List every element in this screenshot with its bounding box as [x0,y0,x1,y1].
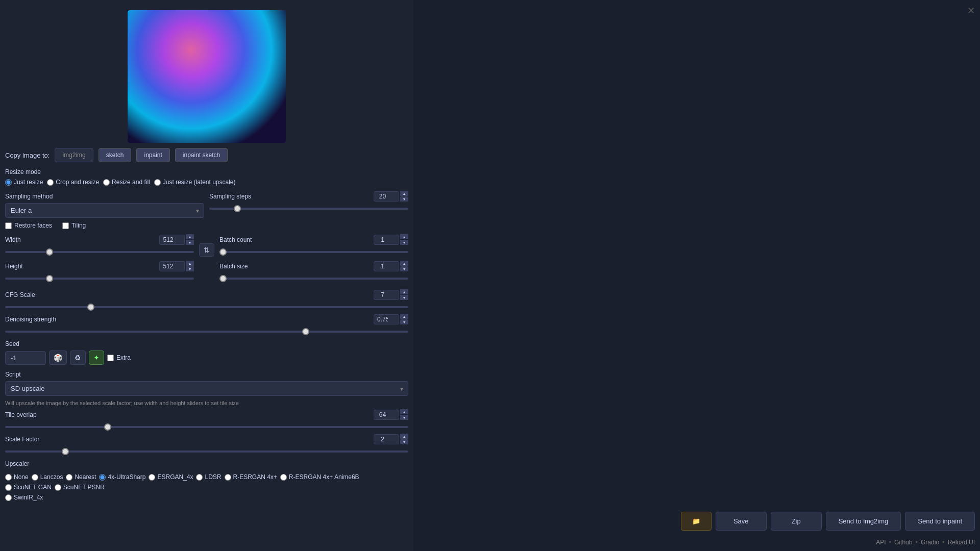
batch-size-col: Batch size ▲ ▼ [219,261,408,285]
tiling-checkbox[interactable] [62,222,69,229]
denoising-slider[interactable] [5,331,408,333]
upscaler-ldsr[interactable]: LDSR [196,473,221,481]
width-up[interactable]: ▲ [186,234,194,239]
cfg-scale-slider[interactable] [5,306,408,308]
image-container [5,5,408,148]
copy-image-label: Copy image to: [5,152,50,159]
extra-label-option[interactable]: Extra [107,354,131,361]
resize-crop-resize[interactable]: Crop and resize [47,179,99,186]
restore-faces-option[interactable]: Restore faces [5,222,52,229]
batch-size-value-box: ▲ ▼ [374,261,408,271]
height-input[interactable] [159,261,185,271]
sampling-steps-down[interactable]: ▼ [400,196,408,202]
tile-overlap-section: Tile overlap ▲ ▼ [5,409,408,430]
tile-overlap-header: Tile overlap ▲ ▼ [5,409,408,420]
seed-dice-button[interactable]: 🎲 [49,350,67,365]
width-arrows: ▲ ▼ [186,234,194,245]
tile-overlap-up[interactable]: ▲ [400,409,408,414]
width-value-box: ▲ ▼ [159,234,194,245]
tile-overlap-arrows: ▲ ▼ [400,409,408,420]
denoising-down[interactable]: ▼ [400,319,408,324]
width-batch-row: Width ▲ ▼ ⇅ Batch count [5,234,408,259]
sampling-row: Sampling method Euler a Euler LMS Heun D… [5,191,408,218]
resize-fill[interactable]: Resize and fill [103,179,150,186]
upscaler-none[interactable]: None [5,473,29,481]
upscaler-esrgan-4x[interactable]: ESRGAN_4x [149,473,193,481]
batch-count-input[interactable] [374,235,399,245]
tile-overlap-slider[interactable] [5,426,408,428]
upscaler-r-esrgan-4x-anime6b[interactable]: R-ESRGAN 4x+ Anime6B [280,473,359,481]
seed-green-button[interactable]: ✦ [89,350,104,365]
sampling-steps-input[interactable] [374,191,399,202]
upscaler-4x-ultrasharp[interactable]: 4x-UltraSharp [99,473,145,481]
height-up[interactable]: ▲ [186,261,194,266]
seed-input[interactable] [5,351,46,365]
copy-img2img-button[interactable]: img2img [55,148,93,162]
extra-checkbox[interactable] [107,355,114,361]
height-label: Height [5,263,23,270]
resize-latent-upscale[interactable]: Just resize (latent upscale) [154,179,236,186]
cfg-scale-input[interactable] [374,290,399,300]
scale-factor-input[interactable] [374,434,399,444]
sampling-steps-up[interactable]: ▲ [400,191,408,196]
seed-recycle-button[interactable]: ♻ [70,350,86,365]
gradio-link[interactable]: Gradio [921,539,939,546]
scale-factor-down[interactable]: ▼ [400,439,408,444]
api-link[interactable]: API [876,539,886,546]
sampling-steps-slider[interactable] [209,208,408,210]
cfg-scale-arrows: ▲ ▼ [400,289,408,300]
resize-just-resize[interactable]: Just resize [5,179,43,186]
sampling-method-select[interactable]: Euler a Euler LMS Heun DPM2 DDIM [5,203,204,218]
upscaler-scunet-psnr[interactable]: ScuNET PSNR [55,484,105,491]
upscaler-r-esrgan-4x[interactable]: R-ESRGAN 4x+ [225,473,277,481]
width-slider[interactable] [5,251,194,253]
scale-factor-slider[interactable] [5,450,408,453]
script-section: Script SD upscale None Prompt matrix X/Y… [5,369,408,396]
batch-size-input[interactable] [374,261,399,271]
upscaler-options: None Lanczos Nearest 4x-UltraSharp ESRGA… [5,473,408,491]
height-down[interactable]: ▼ [186,266,194,271]
close-icon[interactable]: ✕ [967,5,975,16]
tiling-option[interactable]: Tiling [62,222,86,229]
upscaler-lanczos[interactable]: Lanczos [32,473,63,481]
denoising-up[interactable]: ▲ [400,314,408,319]
batch-count-up[interactable]: ▲ [400,234,408,239]
scale-factor-up[interactable]: ▲ [400,434,408,439]
save-button[interactable]: Save [716,512,767,531]
restore-faces-checkbox[interactable] [5,222,12,229]
scale-factor-label: Scale Factor [5,436,39,443]
send-to-img2img-button[interactable]: Send to img2img [826,512,901,531]
scale-factor-arrows: ▲ ▼ [400,434,408,444]
upscaler-scunet-gan[interactable]: ScuNET GAN [5,484,52,491]
batch-size-section: Batch size ▲ ▼ [219,261,408,281]
reload-ui-link[interactable]: Reload UI [948,539,975,546]
batch-count-label: Batch count [219,236,252,243]
sampling-steps-label: Sampling steps [209,193,251,200]
cfg-scale-down[interactable]: ▼ [400,295,408,300]
folder-button[interactable]: 📁 [681,512,712,531]
copy-inpaint-sketch-button[interactable]: inpaint sketch [175,148,228,162]
height-slider[interactable] [5,278,194,280]
copy-sketch-button[interactable]: sketch [99,148,132,162]
width-down[interactable]: ▼ [186,240,194,245]
batch-size-down[interactable]: ▼ [400,266,408,271]
upscaler-swinir-4x[interactable]: SwinIR_4x [5,494,408,501]
sampling-steps-value-box: ▲ ▼ [374,191,408,202]
script-select[interactable]: SD upscale None Prompt matrix X/Y/Z plot [5,381,408,396]
github-link[interactable]: Github [894,539,912,546]
copy-inpaint-button[interactable]: inpaint [136,148,169,162]
send-to-inpaint-button[interactable]: Send to inpaint [905,512,975,531]
tile-overlap-down[interactable]: ▼ [400,415,408,420]
seed-label: Seed [5,340,408,347]
tile-overlap-input[interactable] [374,410,399,420]
upscaler-nearest[interactable]: Nearest [66,473,96,481]
batch-count-down[interactable]: ▼ [400,240,408,245]
denoising-input[interactable] [374,314,399,324]
zip-button[interactable]: Zip [771,512,822,531]
batch-size-up[interactable]: ▲ [400,261,408,266]
cfg-scale-up[interactable]: ▲ [400,289,408,294]
batch-size-slider[interactable] [219,278,408,280]
batch-count-slider[interactable] [219,251,408,253]
width-input[interactable] [159,235,185,245]
link-wh-button[interactable]: ⇅ [199,243,214,257]
